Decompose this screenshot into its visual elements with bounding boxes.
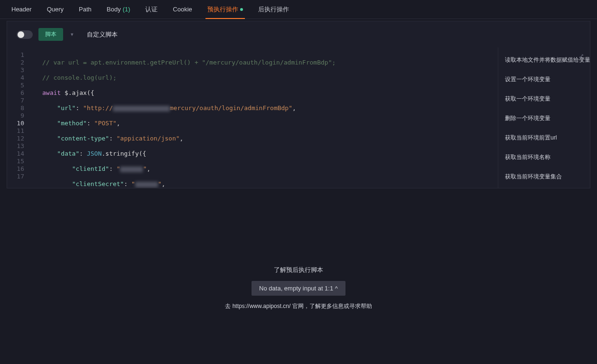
snippet-read-file[interactable]: 读取本地文件并将数据赋值给变量 xyxy=(498,50,590,70)
modified-dot-icon xyxy=(240,8,243,11)
expand-icon[interactable]: ⤢ xyxy=(578,52,584,60)
code-editor[interactable]: 1234567891011121314151617 // var url = a… xyxy=(7,47,498,188)
chevron-down-icon[interactable]: ▾ xyxy=(69,29,75,39)
tab-pre-request[interactable]: 预执行操作 xyxy=(200,0,251,19)
snippet-get-pre-url[interactable]: 获取当前环境前置url xyxy=(498,128,590,148)
tab-path[interactable]: Path xyxy=(71,0,99,19)
tab-body[interactable]: Body(1) xyxy=(99,0,138,19)
script-toggle[interactable] xyxy=(17,30,33,39)
line-gutter: 1234567891011121314151617 xyxy=(7,51,31,184)
snippet-delete-env[interactable]: 删除一个环境变量 xyxy=(498,109,590,128)
snippet-get-env[interactable]: 获取一个环境变量 xyxy=(498,89,590,109)
script-subtitle: 自定义脚本 xyxy=(87,30,118,39)
tab-cookie[interactable]: Cookie xyxy=(165,0,199,19)
error-message: No data, empty input at 1:1 ^ xyxy=(252,281,345,296)
editor-area: 1234567891011121314151617 // var url = a… xyxy=(7,47,590,188)
tab-header[interactable]: Header xyxy=(4,0,39,19)
tab-query[interactable]: Query xyxy=(39,0,71,19)
tab-auth[interactable]: 认证 xyxy=(138,0,165,19)
request-tabs: Header Query Path Body(1) 认证 Cookie 预执行操… xyxy=(0,0,597,19)
learn-script-link[interactable]: 了解预后执行脚本 xyxy=(274,266,323,274)
snippet-set-env[interactable]: 设置一个环境变量 xyxy=(498,70,590,89)
code-body[interactable]: // var url = apt.environment.getPreUrl()… xyxy=(31,51,498,184)
script-toolbar: 脚本 ▾ 自定义脚本 xyxy=(7,21,590,47)
tab-post-request[interactable]: 后执行操作 xyxy=(251,0,297,19)
script-type-button[interactable]: 脚本 xyxy=(38,28,63,41)
snippet-get-env-name[interactable]: 获取当前环境名称 xyxy=(498,148,590,167)
response-panel: 了解预后执行脚本 No data, empty input at 1:1 ^ 去… xyxy=(0,266,597,310)
snippet-get-env-vars[interactable]: 获取当前环境变量集合 xyxy=(498,167,590,187)
help-link[interactable]: 去 https://www.apipost.cn/ 官网，了解更多信息或寻求帮助 xyxy=(225,302,372,310)
snippet-panel: 读取本地文件并将数据赋值给变量 设置一个环境变量 获取一个环境变量 删除一个环境… xyxy=(498,47,590,188)
